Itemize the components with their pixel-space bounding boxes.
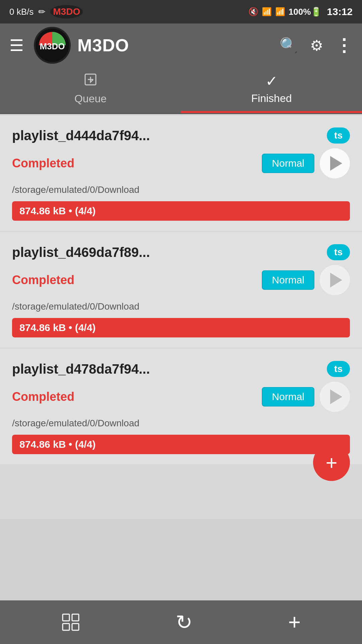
- play-icon: [330, 273, 342, 287]
- item-quality-tag: Normal: [262, 387, 314, 407]
- item-filename: playlist_d469da7f89...: [12, 245, 320, 260]
- item-middle: Completed Normal: [12, 265, 350, 295]
- status-icons: 🔇 📶 📶 100%🔋: [248, 7, 322, 17]
- progress-text: 874.86 kB • (4/4): [19, 322, 96, 333]
- item-path: /storage/emulated/0/Download: [12, 418, 350, 429]
- app-title: M3DO: [77, 35, 273, 55]
- item-quality-tag: Normal: [262, 154, 314, 173]
- queue-tab-icon: [83, 72, 98, 90]
- m3do-status-icon: M3DO: [50, 5, 83, 18]
- battery-icon: 100%🔋: [289, 7, 322, 17]
- download-item: playlist_d478da7f94... ts Completed Norm…: [0, 349, 362, 464]
- tab-finished[interactable]: ✓ Finished: [181, 67, 362, 113]
- item-middle: Completed Normal: [12, 148, 350, 178]
- queue-tab-label: Queue: [74, 93, 107, 105]
- play-button[interactable]: [320, 382, 350, 412]
- item-header: playlist_d469da7f89... ts: [12, 244, 350, 260]
- downloads-list: playlist_d444da7f94... ts Completed Norm…: [0, 115, 362, 519]
- item-type-tag: ts: [327, 244, 350, 260]
- svg-rect-5: [72, 614, 79, 621]
- progress-bar: 874.86 kB • (4/4): [12, 435, 350, 454]
- item-status: Completed: [12, 156, 74, 170]
- play-button[interactable]: [320, 265, 350, 295]
- mute-icon: 🔇: [248, 7, 258, 16]
- item-status: Completed: [12, 390, 74, 404]
- add-button[interactable]: +: [288, 610, 301, 635]
- progress-text: 874.86 kB • (4/4): [19, 205, 96, 217]
- item-middle: Completed Normal: [12, 382, 350, 412]
- play-button[interactable]: [320, 148, 350, 178]
- bottom-bar: ↻ +: [0, 600, 362, 644]
- progress-bar: 874.86 kB • (4/4): [12, 318, 350, 337]
- speed-indicator: 0 kB/s: [9, 7, 34, 17]
- progress-text: 874.86 kB • (4/4): [19, 439, 96, 450]
- time-display: 13:12: [327, 6, 353, 17]
- signal-icon: 📶: [275, 7, 285, 16]
- status-left: 0 kB/s ✏ M3DO: [9, 5, 83, 18]
- status-right: 🔇 📶 📶 100%🔋 13:12: [248, 6, 353, 17]
- hamburger-menu-button[interactable]: ☰: [9, 36, 24, 55]
- select-all-button[interactable]: [61, 613, 80, 632]
- pencil-icon: ✏: [38, 7, 46, 17]
- svg-rect-7: [72, 624, 79, 630]
- app-bar: ☰ M3DO M3DO 🔍 ⚙ ⋮: [0, 23, 362, 67]
- download-item: playlist_d469da7f89... ts Completed Norm…: [0, 232, 362, 347]
- item-header: playlist_d444da7f94... ts: [12, 127, 350, 144]
- item-path: /storage/emulated/0/Download: [12, 184, 350, 195]
- progress-bar: 874.86 kB • (4/4): [12, 201, 350, 221]
- play-icon: [330, 389, 342, 404]
- item-type-tag: ts: [327, 361, 350, 377]
- svg-rect-4: [63, 614, 69, 621]
- item-quality-tag: Normal: [262, 270, 314, 290]
- app-logo: M3DO: [34, 27, 71, 64]
- item-status: Completed: [12, 273, 74, 287]
- wifi-icon: 📶: [262, 7, 272, 16]
- refresh-button[interactable]: ↻: [176, 610, 192, 634]
- svg-text:M3DO: M3DO: [40, 41, 65, 51]
- item-right: Normal: [262, 382, 350, 412]
- finished-tab-icon: ✓: [265, 72, 278, 90]
- item-filename: playlist_d444da7f94...: [12, 128, 320, 143]
- item-filename: playlist_d478da7f94...: [12, 362, 320, 377]
- search-button[interactable]: 🔍: [280, 37, 298, 54]
- finished-tab-label: Finished: [251, 92, 292, 105]
- item-header: playlist_d478da7f94... ts: [12, 361, 350, 377]
- settings-button[interactable]: ⚙: [310, 37, 323, 54]
- item-right: Normal: [262, 265, 350, 295]
- download-item: playlist_d444da7f94... ts Completed Norm…: [0, 115, 362, 231]
- item-right: Normal: [262, 148, 350, 178]
- svg-rect-6: [63, 624, 69, 630]
- fab-button[interactable]: +: [313, 444, 350, 481]
- tab-bar: Queue ✓ Finished: [0, 67, 362, 114]
- more-menu-button[interactable]: ⋮: [335, 35, 353, 55]
- play-icon: [330, 156, 342, 171]
- status-bar: 0 kB/s ✏ M3DO 🔇 📶 📶 100%🔋 13:12: [0, 0, 362, 23]
- app-bar-actions: 🔍 ⚙ ⋮: [280, 35, 353, 55]
- item-type-tag: ts: [327, 127, 350, 144]
- tab-queue[interactable]: Queue: [0, 67, 181, 113]
- item-path: /storage/emulated/0/Download: [12, 301, 350, 312]
